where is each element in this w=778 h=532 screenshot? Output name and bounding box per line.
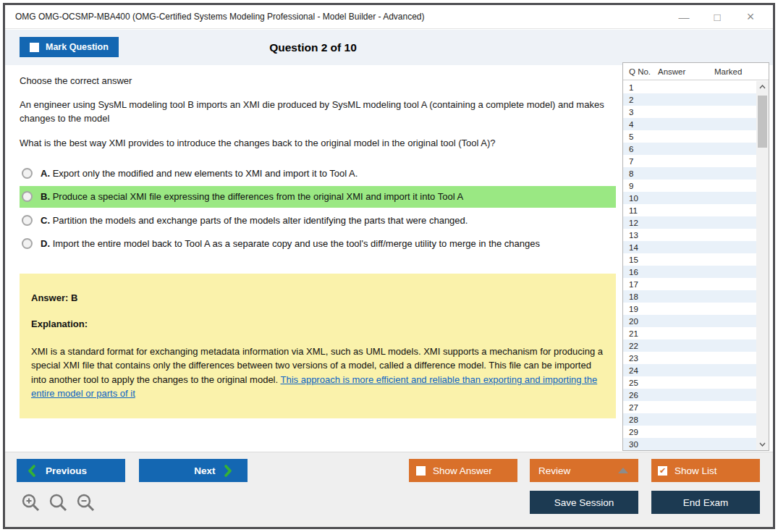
previous-label: Previous bbox=[46, 465, 87, 476]
question-list-row[interactable]: 8 bbox=[623, 167, 756, 180]
window-title: OMG OMG-OCSMP-MBA400 (OMG-Certified Syst… bbox=[5, 12, 425, 22]
mark-question-label: Mark Question bbox=[46, 42, 109, 52]
next-button[interactable]: Next bbox=[139, 459, 248, 482]
end-exam-button[interactable]: End Exam bbox=[651, 491, 760, 514]
question-list-row[interactable]: 20 bbox=[623, 315, 756, 327]
triangle-up-icon bbox=[618, 468, 628, 473]
question-list-row[interactable]: 22 bbox=[623, 339, 756, 352]
column-header-marked: Marked bbox=[714, 67, 758, 76]
question-list-row[interactable]: 10 bbox=[623, 192, 756, 204]
question-list-row[interactable]: 24 bbox=[623, 364, 756, 376]
scroll-down-icon[interactable] bbox=[756, 439, 769, 450]
option-c[interactable]: C. Partition the models and exchange par… bbox=[20, 210, 616, 232]
option-text: D. Import the entire model back to Tool … bbox=[41, 237, 540, 250]
chevron-right-icon bbox=[224, 465, 232, 477]
question-list-row[interactable]: 23 bbox=[623, 352, 756, 364]
minimize-icon[interactable]: — bbox=[667, 6, 701, 28]
question-list-row[interactable]: 14 bbox=[623, 241, 756, 253]
option-radio[interactable] bbox=[22, 215, 33, 226]
question-instruction: Choose the correct answer bbox=[20, 75, 616, 86]
footer-bar: Previous Next S bbox=[5, 452, 773, 527]
option-radio[interactable] bbox=[22, 238, 33, 249]
zoom-in-icon[interactable] bbox=[21, 493, 41, 512]
question-list-row[interactable]: 28 bbox=[623, 413, 756, 426]
question-list-panel: Q No. Answer Marked 12345678910111213141… bbox=[622, 62, 769, 451]
question-list-row[interactable]: 2 bbox=[623, 93, 756, 106]
app-window: OMG OMG-OCSMP-MBA400 (OMG-Certified Syst… bbox=[3, 3, 775, 529]
question-list-row[interactable]: 16 bbox=[623, 266, 756, 278]
column-header-answer: Answer bbox=[658, 67, 714, 76]
question-list-row[interactable]: 26 bbox=[623, 389, 756, 401]
show-list-button[interactable]: ✔ Show List bbox=[651, 459, 760, 482]
column-header-qno: Q No. bbox=[623, 67, 658, 76]
option-b[interactable]: B. Produce a special XMI file expressing… bbox=[20, 186, 616, 208]
save-session-label: Save Session bbox=[554, 497, 614, 508]
option-radio[interactable] bbox=[22, 168, 33, 179]
question-list-row[interactable]: 19 bbox=[623, 303, 756, 315]
question-prompt: What is the best way XMI provides to int… bbox=[20, 138, 614, 148]
next-label: Next bbox=[194, 465, 215, 476]
show-list-checkbox[interactable]: ✔ bbox=[658, 466, 667, 476]
maximize-icon[interactable]: □ bbox=[701, 6, 734, 28]
question-list-row[interactable]: 1 bbox=[623, 81, 756, 93]
title-bar: OMG OMG-OCSMP-MBA400 (OMG-Certified Syst… bbox=[5, 5, 773, 29]
zoom-out-icon[interactable] bbox=[76, 493, 96, 512]
option-d[interactable]: D. Import the entire model back to Tool … bbox=[20, 233, 616, 255]
question-list-row[interactable]: 27 bbox=[623, 401, 756, 413]
question-list-row[interactable]: 17 bbox=[623, 278, 756, 290]
scroll-up-icon[interactable] bbox=[756, 81, 769, 93]
chevron-left-icon bbox=[28, 465, 35, 477]
question-list-row[interactable]: 7 bbox=[623, 155, 756, 167]
question-list-row[interactable]: 6 bbox=[623, 143, 756, 155]
question-list-row[interactable]: 3 bbox=[623, 106, 756, 118]
question-list-row[interactable]: 18 bbox=[623, 290, 756, 303]
option-radio[interactable] bbox=[22, 191, 33, 202]
question-body: An engineer using SysML modeling tool B … bbox=[20, 98, 614, 126]
question-list-header: Q No. Answer Marked bbox=[623, 63, 769, 80]
question-list-row[interactable]: 4 bbox=[623, 118, 756, 130]
question-list-row[interactable]: 30 bbox=[623, 438, 756, 450]
show-list-label: Show List bbox=[675, 465, 717, 476]
answer-label: Answer: B bbox=[31, 292, 604, 303]
question-list-rows: 1234567891011121314151617181920212223242… bbox=[623, 81, 756, 450]
mark-question-button[interactable]: Mark Question bbox=[20, 37, 119, 57]
question-list-row[interactable]: 11 bbox=[623, 204, 756, 216]
save-session-button[interactable]: Save Session bbox=[530, 491, 638, 514]
scrollbar-thumb[interactable] bbox=[758, 96, 767, 148]
review-label: Review bbox=[538, 465, 570, 476]
show-answer-button[interactable]: Show Answer bbox=[409, 459, 517, 482]
question-list-row[interactable]: 5 bbox=[623, 130, 756, 143]
explanation-text: XMI is a standard format for exchanging … bbox=[31, 345, 603, 401]
question-list-row[interactable]: 29 bbox=[623, 426, 756, 438]
question-list-row[interactable]: 9 bbox=[623, 180, 756, 192]
question-list-row[interactable]: 15 bbox=[623, 253, 756, 266]
mark-question-checkbox[interactable] bbox=[30, 43, 39, 52]
explanation-box: Answer: B Explanation: XMI is a standard… bbox=[20, 274, 616, 418]
question-content: Choose the correct answer An engineer us… bbox=[20, 65, 616, 418]
explanation-label: Explanation: bbox=[31, 318, 604, 329]
show-answer-label: Show Answer bbox=[433, 465, 492, 476]
question-list-row[interactable]: 21 bbox=[623, 327, 756, 339]
header-strip: Question 2 of 10 Mark Question bbox=[5, 30, 773, 65]
question-list-scrollbar[interactable] bbox=[756, 81, 769, 450]
show-answer-checkbox[interactable] bbox=[416, 466, 426, 476]
question-list-row[interactable]: 13 bbox=[623, 229, 756, 241]
screenshot-frame: OMG OMG-OCSMP-MBA400 (OMG-Certified Syst… bbox=[0, 0, 778, 532]
question-list-row[interactable]: 12 bbox=[623, 216, 756, 229]
question-list-row[interactable]: 25 bbox=[623, 376, 756, 389]
close-icon[interactable]: × bbox=[734, 6, 767, 28]
option-text: B. Produce a special XMI file expressing… bbox=[41, 190, 463, 203]
option-text: A. Export only the modified and new elem… bbox=[41, 167, 358, 180]
window-controls: — □ × bbox=[667, 6, 773, 28]
zoom-controls bbox=[21, 493, 96, 512]
review-dropdown[interactable]: Review bbox=[530, 459, 638, 482]
previous-button[interactable]: Previous bbox=[17, 459, 125, 482]
end-exam-label: End Exam bbox=[683, 497, 728, 508]
zoom-reset-icon[interactable] bbox=[48, 493, 68, 512]
option-a[interactable]: A. Export only the modified and new elem… bbox=[20, 163, 616, 185]
option-text: C. Partition the models and exchange par… bbox=[41, 214, 468, 227]
options-list: A. Export only the modified and new elem… bbox=[20, 163, 616, 255]
